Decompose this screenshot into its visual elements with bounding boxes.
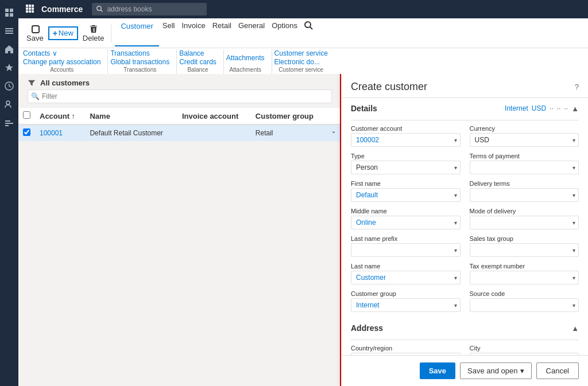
svg-rect-14 (32, 5, 34, 7)
last-name-prefix-select[interactable] (351, 243, 461, 257)
address-title: Address (351, 323, 383, 333)
middle-name-select[interactable]: Online (351, 216, 461, 229)
ribbon-top-row: Save + New Delete Customer (18, 18, 588, 48)
sales-tax-group-field: Sales tax group (470, 235, 579, 257)
save-button-panel[interactable]: Save (420, 362, 455, 379)
customers-table: Account ↑ Name Invoice account Customer … (18, 108, 341, 142)
sales-tax-group-select[interactable] (470, 243, 579, 257)
app-grid-icon[interactable] (23, 2, 37, 17)
change-party-link[interactable]: Change party association (23, 58, 100, 66)
tab-options[interactable]: Options (268, 20, 301, 46)
svg-rect-0 (5, 9, 9, 12)
balance-link[interactable]: Balance (179, 49, 216, 57)
filter-input[interactable] (28, 89, 332, 103)
ribbon-group-accounts: Contacts ∨ Change party association Acco… (23, 49, 108, 74)
sidebar-icon-home[interactable] (1, 41, 17, 57)
tab-customer[interactable]: Customer (115, 20, 158, 46)
delete-button[interactable]: Delete (79, 22, 108, 44)
row-checkbox (18, 124, 35, 142)
th-checkbox (18, 108, 35, 124)
customer-account-select[interactable]: 100002 (351, 133, 461, 147)
delivery-terms-select[interactable] (470, 188, 579, 202)
customer-group-label: Customer group (351, 290, 461, 297)
svg-point-8 (6, 101, 10, 104)
ribbon-group-customer-service: Customer service Electronic do... Custom… (274, 49, 335, 74)
tab-retail[interactable]: Retail (209, 20, 235, 46)
address-form: Country/region USA City (351, 345, 579, 355)
customer-group-select[interactable]: Internet (351, 298, 461, 312)
link-sep2: ·· (557, 104, 561, 112)
tab-invoice[interactable]: Invoice (178, 20, 208, 46)
tab-general[interactable]: General (235, 20, 268, 46)
th-invoice-account[interactable]: Invoice account (177, 108, 251, 124)
attachments-link[interactable]: Attachments (226, 54, 265, 62)
select-all-checkbox[interactable] (23, 111, 30, 119)
global-transactions-link[interactable]: Global transactions (110, 58, 169, 66)
details-collapse-icon[interactable]: ▲ (571, 104, 579, 113)
country-region-select[interactable]: USA (351, 353, 461, 355)
row-account: 100001 (35, 124, 85, 142)
first-name-field: First name Default (351, 180, 461, 202)
city-select[interactable] (470, 353, 579, 355)
svg-rect-16 (29, 7, 31, 10)
last-name-prefix-field: Last name prefix (351, 235, 461, 257)
tax-exempt-select[interactable] (470, 271, 579, 284)
electronic-doc-link[interactable]: Electronic do... (274, 58, 328, 66)
search-box[interactable] (92, 3, 207, 15)
search-input[interactable] (107, 5, 199, 13)
th-account[interactable]: Account ↑ (35, 108, 85, 124)
new-button[interactable]: + New (48, 26, 78, 40)
sidebar-icon-clock[interactable] (1, 78, 17, 94)
mode-of-delivery-field: Mode of delivery (470, 208, 579, 229)
sidebar-icon-star[interactable] (1, 60, 17, 76)
address-collapse-icon[interactable]: ▲ (571, 324, 579, 333)
usd-link[interactable]: USD (532, 104, 546, 112)
terms-of-payment-select[interactable] (470, 161, 579, 174)
country-region-field: Country/region USA (351, 345, 461, 355)
help-icon[interactable]: ? (575, 83, 579, 91)
filter-icon (28, 79, 36, 87)
customers-table-container: Account ↑ Name Invoice account Customer … (18, 108, 341, 386)
th-name[interactable]: Name (85, 108, 177, 124)
ribbon-group-balance: Balance Credit cards Balance (179, 49, 224, 74)
tab-sell[interactable]: Sell (159, 20, 179, 46)
transactions-group-label: Transactions (110, 66, 169, 74)
source-code-field: Source code (470, 290, 579, 312)
details-form: Customer account 100002 Currency USD (351, 125, 579, 318)
save-button[interactable]: Save (23, 22, 47, 44)
contacts-link[interactable]: Contacts ∨ (23, 49, 100, 57)
sidebar (0, 0, 18, 386)
th-customer-group[interactable]: Customer group (251, 108, 326, 124)
svg-rect-13 (29, 5, 31, 7)
last-name-select[interactable]: Customer (351, 271, 461, 284)
row-select-checkbox[interactable] (23, 128, 30, 136)
cancel-button[interactable]: Cancel (536, 362, 579, 379)
source-code-select[interactable] (470, 298, 579, 312)
details-title: Details (351, 104, 377, 113)
balance-group-label: Balance (179, 66, 216, 74)
svg-rect-11 (5, 125, 9, 126)
internet-link[interactable]: Internet (505, 104, 528, 112)
sidebar-icon-grid[interactable] (1, 5, 17, 21)
credit-cards-link[interactable]: Credit cards (179, 58, 216, 66)
currency-select[interactable]: USD (470, 133, 579, 147)
svg-point-22 (305, 22, 311, 28)
sidebar-icon-users[interactable] (1, 96, 17, 112)
delivery-terms-field: Delivery terms (470, 180, 579, 202)
svg-rect-18 (26, 10, 28, 13)
currency-label: Currency (470, 125, 579, 132)
middle-name-field: Middle name Online (351, 208, 461, 229)
table-row[interactable]: 100001 Default Retail Customer Retail (18, 124, 341, 142)
svg-rect-10 (5, 123, 13, 124)
details-divider (351, 120, 579, 120)
customer-service-link[interactable]: Customer service (274, 49, 328, 57)
transactions-link[interactable]: Transactions (110, 49, 169, 57)
sidebar-icon-menu[interactable] (1, 23, 17, 39)
type-select[interactable]: Person (351, 161, 461, 174)
sidebar-icon-bars[interactable] (1, 115, 17, 131)
search-ribbon-button[interactable] (301, 20, 317, 46)
first-name-select[interactable]: Default (351, 188, 461, 202)
mode-of-delivery-select[interactable] (470, 216, 579, 229)
save-and-open-button[interactable]: Save and open ▾ (460, 362, 531, 379)
svg-rect-4 (5, 28, 13, 29)
